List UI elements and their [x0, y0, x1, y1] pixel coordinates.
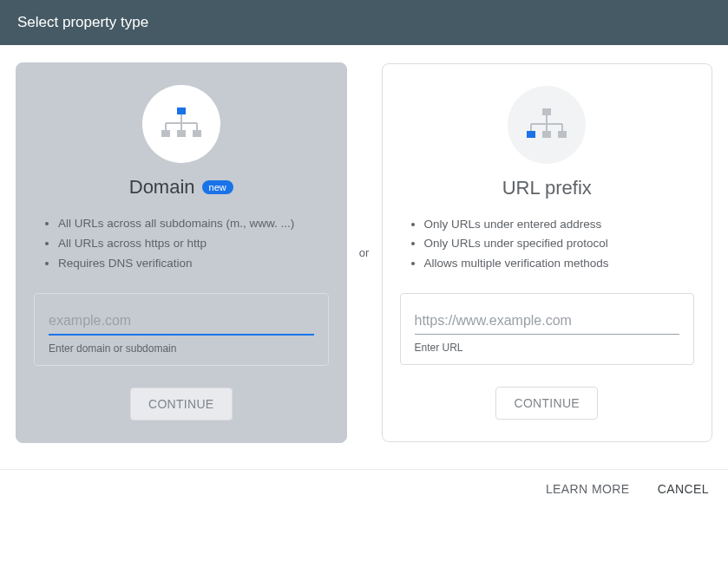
- sitemap-icon: [142, 85, 220, 163]
- url-input-box: Enter URL: [400, 293, 695, 365]
- url-input[interactable]: [415, 310, 680, 335]
- url-prefix-property-card[interactable]: URL prefix Only URLs under entered addre…: [382, 63, 713, 443]
- domain-card-title-row: Domain new: [34, 176, 329, 199]
- svg-rect-15: [527, 131, 535, 138]
- list-item: Only URLs under entered address: [424, 215, 686, 235]
- list-item: Allows multiple verification methods: [424, 254, 686, 274]
- svg-rect-17: [558, 131, 567, 138]
- dialog-content: Domain new All URLs across all subdomain…: [0, 45, 728, 469]
- domain-input[interactable]: [49, 310, 314, 336]
- domain-property-card[interactable]: Domain new All URLs across all subdomain…: [16, 62, 347, 443]
- url-card-title: URL prefix: [502, 177, 592, 199]
- list-item: Only URLs under specified protocol: [424, 234, 686, 254]
- svg-rect-6: [161, 130, 170, 137]
- new-badge: new: [202, 180, 233, 194]
- domain-card-bullets: All URLs across all subdomains (m., www.…: [34, 214, 329, 274]
- svg-rect-9: [542, 108, 551, 115]
- cancel-button[interactable]: CANCEL: [658, 482, 709, 496]
- svg-rect-8: [193, 130, 201, 137]
- url-continue-button[interactable]: CONTINUE: [495, 387, 598, 420]
- dialog-header: Select property type: [0, 0, 728, 45]
- dialog-footer: LEARN MORE CANCEL: [0, 469, 728, 508]
- svg-rect-0: [177, 108, 186, 114]
- svg-rect-7: [177, 130, 186, 137]
- domain-input-helper: Enter domain or subdomain: [49, 342, 314, 355]
- dialog-title: Select property type: [17, 14, 148, 30]
- url-card-bullets: Only URLs under entered address Only URL…: [400, 215, 695, 275]
- url-input-helper: Enter URL: [415, 342, 680, 354]
- domain-continue-button[interactable]: CONTINUE: [130, 388, 233, 420]
- sitemap-icon: [508, 86, 586, 164]
- list-item: All URLs across all subdomains (m., www.…: [58, 214, 320, 234]
- domain-input-box: Enter domain or subdomain: [34, 293, 329, 366]
- list-item: All URLs across https or http: [58, 234, 320, 254]
- learn-more-button[interactable]: LEARN MORE: [546, 482, 630, 496]
- url-card-title-row: URL prefix: [400, 177, 695, 199]
- or-separator: or: [347, 246, 382, 259]
- list-item: Requires DNS verification: [58, 254, 320, 274]
- domain-card-title: Domain: [129, 176, 195, 199]
- svg-rect-16: [542, 131, 551, 138]
